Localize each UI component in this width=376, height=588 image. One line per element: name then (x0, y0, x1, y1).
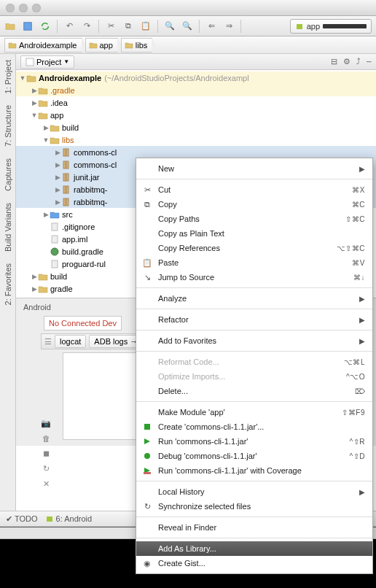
zoom-window-icon[interactable] (32, 4, 41, 12)
tab-todo[interactable]: ✔ TODO (6, 514, 38, 524)
toolbar-separator (98, 20, 99, 33)
tree-root[interactable]: ▼ Androidexample (~/AndroidStudioProject… (16, 71, 376, 84)
menu-item[interactable]: Make Module 'app'⇧⌘F9 (136, 405, 372, 419)
expand-arrow-icon[interactable]: ▼ (31, 112, 38, 119)
restart-icon[interactable]: ↻ (43, 464, 50, 473)
expand-arrow-icon[interactable]: ▶ (42, 124, 50, 131)
expand-arrow-icon[interactable]: ▶ (42, 211, 50, 218)
menu-item[interactable]: Analyze▶ (136, 291, 372, 306)
expand-arrow-icon[interactable]: ▶ (31, 273, 38, 280)
stop-icon[interactable]: ◼ (43, 449, 50, 458)
open-icon[interactable] (4, 20, 16, 32)
tree-item[interactable]: ▼app (16, 109, 376, 121)
collapse-icon[interactable]: ⊟ (331, 57, 337, 66)
svg-rect-8 (66, 174, 68, 181)
tree-item[interactable]: ▶build (16, 121, 376, 134)
menu-item[interactable]: Debug 'commons-cli-1.1.jar'^⇧D (136, 449, 372, 463)
close-window-icon[interactable] (6, 4, 15, 12)
menu-item[interactable]: ◉Create Gist... (136, 556, 372, 570)
green-icon (141, 423, 154, 430)
menu-item[interactable]: Create 'commons-cli-1.1.jar'... (136, 419, 372, 434)
undo-icon[interactable]: ↶ (63, 20, 75, 32)
breadcrumb-item[interactable]: libs (121, 38, 153, 53)
svg-rect-11 (63, 198, 66, 206)
hide-icon[interactable]: ⎼ (367, 57, 372, 66)
copy-icon[interactable]: ⧉ (122, 20, 134, 32)
paste-icon[interactable]: 📋 (140, 20, 152, 32)
menu-item: Optimize Imports...^⌥O (136, 369, 372, 384)
menu-shortcut: ⌦ (355, 387, 366, 395)
expand-arrow-icon[interactable]: ▶ (54, 161, 61, 169)
trash-icon[interactable]: 🗑 (42, 434, 50, 443)
sync-icon[interactable] (39, 20, 51, 32)
tree-label: .idea (50, 98, 68, 107)
tree-item[interactable]: ▶commons-cl (16, 146, 376, 158)
tree-item[interactable]: ▶.idea (16, 96, 376, 109)
folder-orange-icon (38, 85, 48, 96)
find-icon[interactable]: 🔍 (164, 20, 176, 32)
menu-item[interactable]: 📋Paste⌘V (136, 255, 372, 270)
sidebar-tool-project[interactable]: 1: Project (4, 54, 12, 99)
expand-arrow-icon[interactable]: ▶ (31, 87, 38, 94)
back-icon[interactable]: ⇐ (205, 20, 217, 32)
breadcrumb-item[interactable]: Androidexample (4, 38, 82, 53)
redo-icon[interactable]: ↷ (81, 20, 93, 32)
camera-icon[interactable]: 📷 (41, 419, 51, 428)
sidebar-tool-captures[interactable]: Captures (4, 152, 12, 197)
expand-arrow-icon[interactable]: ▶ (54, 198, 61, 206)
menu-item[interactable]: Local History▶ (136, 484, 372, 499)
tab-logcat[interactable]: logcat (55, 335, 86, 348)
expand-arrow-icon[interactable]: ▶ (31, 99, 38, 107)
play-icon (141, 438, 154, 445)
run-config-selector[interactable]: app (290, 19, 372, 34)
tree-label: Androidexample (39, 74, 101, 82)
close-icon[interactable]: ✕ (43, 479, 50, 489)
menu-label: Synchronize selected files (158, 502, 365, 511)
sidebar-tool-build-variants[interactable]: Build Variants (4, 197, 12, 258)
minimize-window-icon[interactable] (19, 4, 28, 12)
main-toolbar: ↶ ↷ ✂ ⧉ 📋 🔍 🔍 ⇐ ⇒ app (0, 16, 376, 36)
expand-arrow-icon[interactable]: ▶ (54, 174, 61, 181)
expand-arrow-icon[interactable]: ▼ (19, 74, 26, 82)
expand-arrow-icon[interactable]: ▶ (31, 285, 38, 293)
sidebar-tool-structure[interactable]: 7: Structure (4, 99, 12, 152)
expand-arrow-icon[interactable]: ▶ (54, 186, 61, 193)
menu-shortcut: ⌘↓ (353, 274, 365, 282)
menu-label: Refactor (158, 315, 359, 324)
expand-arrow-icon[interactable]: ▼ (42, 136, 50, 144)
expand-arrow-icon[interactable]: ▶ (54, 149, 61, 156)
menu-item[interactable]: Add to Favorites▶ (136, 333, 372, 348)
sidebar-tool-favorites[interactable]: 2: Favorites (4, 258, 12, 311)
menu-item[interactable]: Copy Paths⇧⌘C (136, 212, 372, 226)
svg-rect-20 (144, 472, 151, 474)
menu-item[interactable]: Copy as Plain Text (136, 226, 372, 241)
menu-item[interactable]: Run 'commons-cli-1.1.jar' with Coverage (136, 463, 372, 478)
menu-item[interactable]: Run 'commons-cli-1.1.jar'^⇧R (136, 434, 372, 449)
cut-icon[interactable]: ✂ (105, 20, 117, 32)
tree-item[interactable]: ▼libs (16, 134, 376, 146)
menu-label: Paste (158, 258, 352, 267)
menu-item[interactable]: ⧉Copy⌘C (136, 197, 372, 212)
menu-item[interactable]: Reveal in Finder (136, 520, 372, 535)
replace-icon[interactable]: 🔍 (181, 20, 193, 32)
menu-item[interactable]: Refactor▶ (136, 312, 372, 327)
menu-item[interactable]: Delete...⌦ (136, 384, 372, 398)
forward-icon[interactable]: ⇒ (223, 20, 235, 32)
breadcrumb-item[interactable]: app (85, 38, 118, 53)
save-icon[interactable] (22, 20, 34, 32)
tab-android[interactable]: 6: Android (45, 514, 93, 523)
menu-item[interactable]: ✂Cut⌘X (136, 182, 372, 197)
svg-rect-2 (26, 58, 34, 66)
tree-item[interactable]: ▶.gradle (16, 84, 376, 96)
menu-item[interactable]: ↻Synchronize selected files (136, 499, 372, 514)
settings-icon[interactable]: ⚙ (343, 57, 350, 66)
menu-item[interactable]: Copy References⌥⇧⌘C (136, 241, 372, 255)
menu-label: Copy (158, 200, 352, 209)
menu-item[interactable]: Add As Library... (136, 541, 372, 556)
project-view-selector[interactable]: Project ▼ (20, 55, 74, 69)
autoscroll-icon[interactable]: ⤴ (356, 57, 361, 66)
menu-item[interactable]: ↘Jump to Source⌘↓ (136, 270, 372, 285)
android-icon (295, 22, 304, 31)
menu-item[interactable]: New▶ (136, 161, 372, 176)
menu-separator (136, 401, 372, 402)
